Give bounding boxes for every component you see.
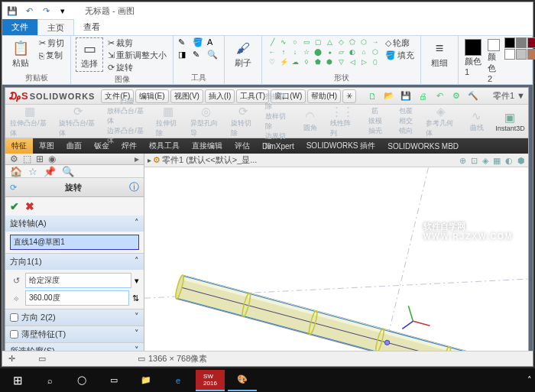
rebuild-icon[interactable]: 🔨 <box>466 89 480 103</box>
brush-button[interactable]: 🖌刷子 <box>229 37 257 70</box>
print-icon[interactable]: 🖨 <box>416 89 430 103</box>
more-icon[interactable]: ▸ <box>135 154 139 164</box>
menu-edit[interactable]: 编辑(E) <box>135 89 168 103</box>
tab-evaluate[interactable]: 评估 <box>229 138 256 154</box>
cortana-button[interactable]: ◯ <box>67 370 96 391</box>
reverse-icon[interactable]: ↺ <box>10 276 22 286</box>
tab-mbd[interactable]: SOLIDWORKS MBD <box>381 138 465 154</box>
color-swatch[interactable] <box>504 37 515 48</box>
thin-checkbox[interactable] <box>10 330 18 339</box>
tab-home[interactable]: 主页 <box>37 19 74 35</box>
section-view-icon[interactable]: ◐ <box>505 156 513 166</box>
shape-gallery[interactable]: ╱∿○▭▢△◇⬠⬡→ ←↑↓☆⬤⬥▱◐⌂⬡ ♡⚡☁◊⬟⬢▽◁▷⬯ <box>267 37 381 66</box>
scene-icon[interactable]: ⬢ <box>517 156 525 166</box>
color-swatch[interactable] <box>516 49 527 60</box>
tab-sheetmetal[interactable]: 钣金 <box>88 138 115 154</box>
graphics-area[interactable]: ▸ ⚙ 零件1 (默认<<默认>_显... ⊕ ⊡ ◈ ▦ ◐ ⬢ <box>144 154 528 360</box>
tree-icon[interactable]: ⚙ <box>10 154 18 164</box>
task-paint[interactable]: 🎨 <box>228 370 257 391</box>
tray-up-icon[interactable]: ˄ <box>527 375 532 385</box>
start-button[interactable]: ⊞ <box>3 370 32 391</box>
qat-redo-icon[interactable]: ↷ <box>39 4 53 18</box>
open-icon[interactable]: 📂 <box>382 89 396 103</box>
dropdown-icon[interactable]: ▾ <box>135 276 139 286</box>
breadcrumb[interactable]: ▸ ⚙ 零件1 (默认<<默认>_显... <box>148 154 257 166</box>
rotate-button[interactable]: ⟳旋转 <box>106 62 168 73</box>
qat-undo-icon[interactable]: ↶ <box>22 4 36 18</box>
picker-icon[interactable]: ✎ <box>193 50 205 60</box>
display-icon[interactable]: ◉ <box>48 154 56 164</box>
fillshape-button[interactable]: 🪣填充 <box>384 50 416 61</box>
color-swatch[interactable] <box>527 37 535 48</box>
home-icon[interactable]: 🏠 <box>10 166 22 177</box>
cancel-button[interactable]: ✖ <box>25 200 34 212</box>
color-swatch[interactable] <box>516 37 527 48</box>
menu-view[interactable]: 视图(V) <box>170 89 203 103</box>
undo-icon[interactable]: ↶ <box>433 89 446 103</box>
zoom-area-icon[interactable]: ⊡ <box>471 156 478 166</box>
color-palette[interactable] <box>504 37 535 60</box>
outline-button[interactable]: ◇轮廓 <box>384 37 416 49</box>
size-button[interactable]: ≡粗细 <box>426 37 453 70</box>
color-swatch[interactable] <box>504 49 515 60</box>
zoom-fit-icon[interactable]: ⊕ <box>459 156 466 166</box>
paint-canvas[interactable]: ₯S SOLIDWORKS 文件(F) 编辑(E) 视图(V) 插入(I) 工具… <box>2 85 533 364</box>
qat-dropdown-icon[interactable]: ▾ <box>56 4 70 18</box>
select-button[interactable]: ▭选择 <box>76 37 103 72</box>
crop-button[interactable]: ✂裁剪 <box>106 37 168 49</box>
config-icon[interactable]: ⊞ <box>36 154 44 164</box>
task-solidworks[interactable]: SW2016 <box>196 370 225 391</box>
display-style-icon[interactable]: ▦ <box>493 156 501 166</box>
pin-icon[interactable]: 📌 <box>44 166 56 177</box>
pm-icon[interactable]: ⬚ <box>23 154 31 164</box>
angle-input[interactable]: 360.00度 <box>25 290 129 306</box>
tab-weldments[interactable]: 焊件 <box>115 138 143 154</box>
search-button[interactable]: ⌕ <box>35 370 64 391</box>
qat-save-icon[interactable]: 💾 <box>5 4 19 18</box>
spinner-icon[interactable]: ⇅ <box>132 293 139 303</box>
tab-surface[interactable]: 曲面 <box>60 138 88 154</box>
feature-help-icon[interactable]: ⓘ <box>129 180 139 194</box>
star-icon[interactable]: ☆ <box>28 166 37 177</box>
tab-plugins[interactable]: SOLIDWORKS 插件 <box>300 138 382 154</box>
search2-icon[interactable]: 🔍 <box>62 166 74 177</box>
paste-button[interactable]: 📋粘贴 <box>7 37 34 70</box>
sw-logo-icon: ₯S <box>8 90 28 102</box>
doc-title[interactable]: 零件1 ▼ <box>493 90 525 102</box>
color-swatch[interactable] <box>527 49 535 60</box>
tab-dimxpert[interactable]: DimXpert <box>256 138 300 154</box>
tab-file[interactable]: 文件 <box>2 19 37 35</box>
task-explorer[interactable]: 📁 <box>131 370 160 391</box>
fill-icon[interactable]: 🪣 <box>193 37 205 47</box>
menu-tools[interactable]: 工具(T) <box>236 89 269 103</box>
view-orient-icon[interactable]: ◈ <box>482 156 488 166</box>
cut-button[interactable]: ✂剪切 <box>37 37 66 49</box>
tab-feature[interactable]: 特征 <box>5 138 33 154</box>
task-edge[interactable]: e <box>164 370 193 391</box>
pencil-icon[interactable]: ✎ <box>178 37 190 47</box>
color1-button[interactable]: 颜色 1 <box>463 37 483 78</box>
color2-button[interactable]: 颜色 2 <box>486 37 501 85</box>
ok-button[interactable]: ✔ <box>10 200 19 212</box>
dir2-checkbox[interactable] <box>10 313 18 322</box>
tab-sketch[interactable]: 草图 <box>33 138 60 154</box>
axis-input[interactable]: 直线14@草图1 <box>10 235 139 250</box>
new-icon[interactable]: 🗋 <box>365 89 379 103</box>
type-select[interactable]: 给定深度 <box>25 273 131 288</box>
taskview-button[interactable]: ▭ <box>99 370 128 391</box>
text-icon[interactable]: A <box>207 37 219 47</box>
menu-help[interactable]: 帮助(H) <box>307 89 341 103</box>
system-tray[interactable]: ˄ <box>527 375 532 385</box>
menu-insert[interactable]: 插入(I) <box>205 89 235 103</box>
tab-view[interactable]: 查看 <box>74 19 109 35</box>
menu-pin[interactable]: ⚹ <box>342 89 356 103</box>
options-icon[interactable]: ⚙ <box>449 89 463 103</box>
model-view[interactable]: 软件自学网 WWW.RJZXW.COM <box>144 167 528 360</box>
zoom-icon[interactable]: 🔍 <box>207 50 219 60</box>
resize-button[interactable]: ⇲重新调整大小 <box>106 50 168 61</box>
tab-directedit[interactable]: 直接编辑 <box>186 138 229 154</box>
copy-button[interactable]: ⎘复制 <box>37 50 66 61</box>
tab-mold[interactable]: 模具工具 <box>143 138 186 154</box>
eraser-icon[interactable]: ◨ <box>178 50 190 60</box>
save-icon[interactable]: 💾 <box>399 89 413 103</box>
